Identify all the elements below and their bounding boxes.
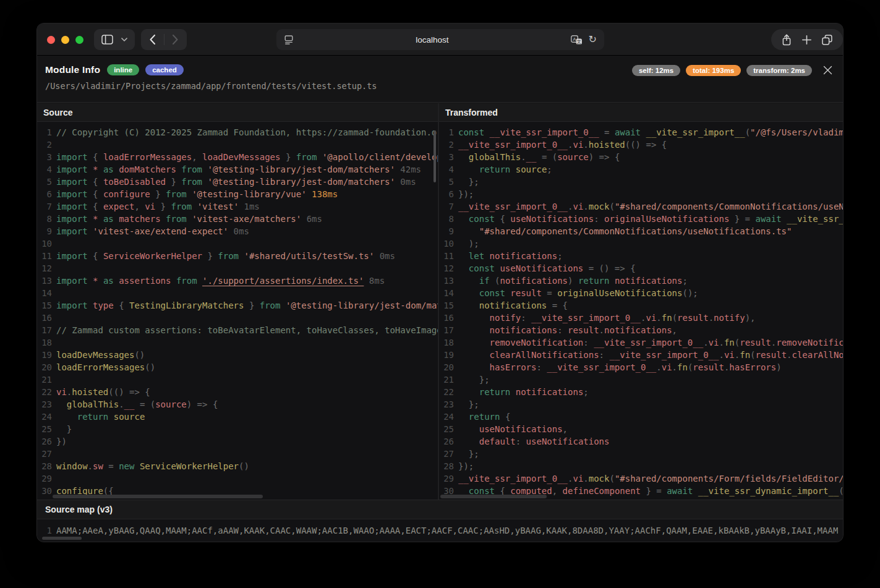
url-text: localhost [294, 35, 571, 45]
line-number: 11 [37, 250, 52, 262]
line-number: 7 [439, 200, 454, 213]
chevron-down-icon [121, 38, 127, 41]
new-tab-icon[interactable] [802, 35, 811, 45]
code-line: 22 return notifications; [439, 386, 843, 398]
browser-window: localhost A文 ↻ Module Info inlinecached … [37, 23, 843, 542]
code-line: 14 [37, 287, 438, 299]
source-code[interactable]: 1// Copyright (C) 2012-2025 Zammad Found… [37, 122, 438, 500]
code-line: 11import { ServiceWorkerHelper } from '#… [37, 250, 438, 262]
code-line: 14 const result = originalUseNotificatio… [439, 287, 843, 299]
code-line: 4 return source; [439, 163, 843, 176]
line-number: 20 [37, 361, 52, 373]
code-line: 28}); [439, 460, 843, 472]
forward-button[interactable] [173, 35, 178, 45]
address-bar[interactable]: localhost A文 ↻ [276, 29, 604, 50]
tab-overview-icon[interactable] [822, 35, 832, 45]
line-number: 21 [439, 373, 454, 386]
line-number: 11 [439, 250, 454, 262]
line-number: 12 [37, 262, 52, 275]
code-line: 9import 'vitest-axe/extend-expect' 0ms [37, 225, 438, 237]
svg-text:A: A [573, 36, 576, 42]
line-number: 1 [37, 126, 52, 138]
line-number: 17 [37, 324, 52, 336]
line-number: 22 [37, 386, 52, 398]
code-line: 22vi.hoisted(() => { [37, 386, 438, 398]
sidebar-icon [101, 35, 113, 45]
code-line: 29__vite_ssr_import_0__.vi.mock("#shared… [439, 472, 843, 485]
code-line: 8import * as matchers from 'vitest-axe/m… [37, 213, 438, 225]
line-number: 21 [37, 373, 52, 386]
line-number: 27 [439, 448, 454, 460]
page-settings-icon[interactable] [284, 35, 294, 45]
code-line: 16 notify: __vite_ssr_import_0__.vi.fn(r… [439, 312, 843, 324]
line-number: 28 [37, 460, 52, 472]
code-line: 18 removeNotification: __vite_ssr_import… [439, 336, 843, 349]
nav-buttons [141, 29, 187, 50]
transformed-horizontal-scrollbar[interactable] [440, 495, 547, 498]
code-line: 19 clearAllNotifications: __vite_ssr_imp… [439, 349, 843, 361]
zoom-window-button[interactable] [75, 36, 83, 44]
line-number: 3 [37, 151, 52, 163]
code-line: 12 const useNotifications = () => { [439, 262, 843, 275]
code-line: 1// Copyright (C) 2012-2025 Zammad Found… [37, 126, 438, 138]
line-number: 5 [37, 176, 52, 188]
line-number: 18 [37, 336, 52, 349]
back-button[interactable] [150, 35, 155, 45]
code-line: 21 }; [439, 373, 843, 386]
timing-badge: self: 12ms [632, 65, 680, 76]
close-icon [823, 66, 832, 75]
module-badges: inlinecached [107, 64, 184, 75]
code-line: 26 default: useNotifications [439, 435, 843, 448]
line-number: 18 [439, 336, 454, 349]
source-panel: Source 1// Copyright (C) 2012-2025 Zamma… [37, 103, 439, 500]
code-line: 26}) [37, 435, 438, 448]
code-line: 20 hasErrors: __vite_ssr_import_0__.vi.f… [439, 361, 843, 373]
source-vertical-scrollbar[interactable] [434, 130, 436, 182]
line-number: 25 [439, 423, 454, 435]
reload-icon[interactable]: ↻ [589, 35, 597, 45]
line-number: 10 [37, 237, 52, 250]
code-line: 29 [37, 472, 438, 485]
close-panel-button[interactable] [821, 64, 834, 76]
code-line: 11 let notifications; [439, 250, 843, 262]
transformed-panel: Transformed 1const __vite_ssr_import_0__… [439, 103, 843, 500]
transformed-code[interactable]: 1const __vite_ssr_import_0__ = await __v… [439, 122, 843, 500]
sourcemap-title: Source map (v3) [37, 500, 843, 519]
translate-icon[interactable]: A文 [571, 35, 583, 45]
line-number: 9 [439, 225, 454, 237]
sourcemap-horizontal-scrollbar[interactable] [42, 537, 82, 540]
sidebar-toggle-button[interactable] [94, 29, 135, 50]
close-window-button[interactable] [47, 36, 55, 44]
line-number: 14 [37, 287, 52, 299]
source-horizontal-scrollbar[interactable] [53, 495, 263, 498]
code-line: 4import * as domMatchers from '@testing-… [37, 163, 438, 176]
code-line: 8 const { useNotifications: originalUseN… [439, 213, 843, 225]
traffic-lights [47, 36, 83, 44]
code-line: 24 return { [439, 411, 843, 423]
line-number: 29 [37, 472, 52, 485]
code-line: 19loadDevMessages() [37, 349, 438, 361]
line-number: 3 [439, 151, 454, 163]
line-number: 24 [439, 411, 454, 423]
code-line: 3import { loadErrorMessages, loadDevMess… [37, 151, 438, 163]
module-badge: cached [145, 64, 184, 75]
code-line: 6import { configure } from '@testing-lib… [37, 188, 438, 200]
code-line: 15import type { TestingLibraryMatchers }… [37, 299, 438, 312]
line-number: 6 [439, 188, 454, 200]
minimize-window-button[interactable] [61, 36, 69, 44]
code-line: 10 [37, 237, 438, 250]
line-number: 16 [37, 312, 52, 324]
sourcemap-mappings: AAMA;AAeA,yBAAG,QAAQ,MAAM;AACf,aAAW,KAAK… [56, 526, 838, 535]
module-file-path: /Users/vladimir/Projects/zammad/app/fron… [45, 81, 834, 91]
code-line: 1const __vite_ssr_import_0__ = await __v… [439, 126, 843, 138]
toolbar-actions [771, 29, 843, 50]
page-title: Module Info [45, 64, 100, 75]
share-icon[interactable] [782, 34, 792, 46]
code-line: 20loadErrorMessages() [37, 361, 438, 373]
line-number: 19 [439, 349, 454, 361]
module-link[interactable]: './support/assertions/index.ts' [202, 276, 364, 286]
code-line: 16 [37, 312, 438, 324]
code-line: 6}); [439, 188, 843, 200]
transformed-panel-title: Transformed [439, 103, 843, 122]
code-line: 18 [37, 336, 438, 349]
